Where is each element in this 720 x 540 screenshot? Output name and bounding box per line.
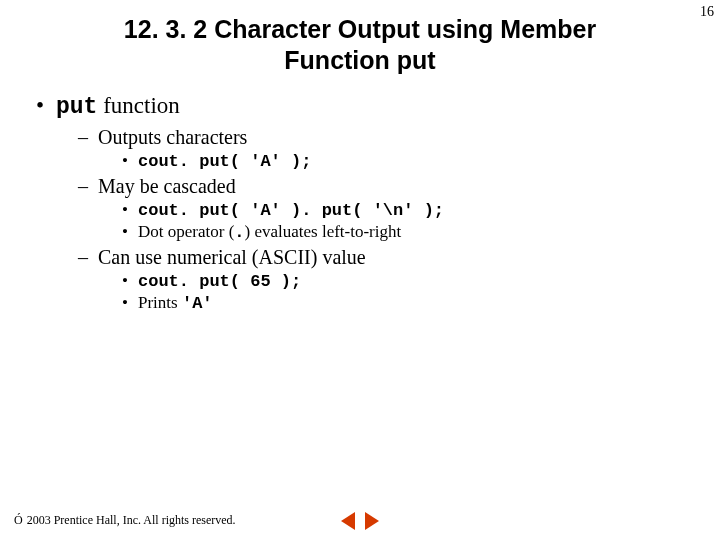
bullet-level2: – May be cascaded [78,175,720,198]
bullet-level1: • put function [36,93,720,120]
bullet-text: Prints 'A' [138,293,213,313]
bullet-dot-icon: • [122,271,138,291]
code-inline: 'A' [182,294,213,313]
text-inline: Dot operator ( [138,222,234,241]
text-inline: ) evaluates left-to-right [245,222,402,241]
bullet-text: Dot operator (.) evaluates left-to-right [138,222,401,242]
page-number: 16 [700,4,714,20]
bullet-text: Can use numerical (ASCII) value [98,246,366,269]
prev-arrow-icon[interactable] [341,512,355,530]
bullet-level3: • cout. put( 'A' ); [122,151,720,171]
bullet-text: May be cascaded [98,175,236,198]
bullet-level3: • cout. put( 65 ); [122,271,720,291]
copyright: Ó 2003 Prentice Hall, Inc. All rights re… [14,513,236,528]
copyright-symbol: Ó [14,513,23,528]
next-arrow-icon[interactable] [365,512,379,530]
text-inline: function [97,93,179,118]
bullet-dot-icon: • [36,93,56,119]
text-inline: Prints [138,293,182,312]
bullet-text: Outputs characters [98,126,247,149]
bullet-text: put function [56,93,180,120]
dash-icon: – [78,175,98,198]
copyright-text: 2003 Prentice Hall, Inc. All rights rese… [27,513,236,528]
dash-icon: – [78,246,98,269]
code-line: cout. put( 65 ); [138,272,301,291]
slide-title: 12. 3. 2 Character Output using Member F… [0,14,720,77]
slide-body: • put function – Outputs characters • co… [0,93,720,313]
bullet-dot-icon: • [122,222,138,242]
bullet-dot-icon: • [122,151,138,171]
code-line: cout. put( 'A' ). put( '\n' ); [138,201,444,220]
bullet-level3: • cout. put( 'A' ). put( '\n' ); [122,200,720,220]
bullet-level2: – Can use numerical (ASCII) value [78,246,720,269]
code-inline: . [234,223,244,242]
code-inline: put [56,94,97,120]
bullet-level2: – Outputs characters [78,126,720,149]
nav-arrows [341,512,379,530]
bullet-dot-icon: • [122,200,138,220]
dash-icon: – [78,126,98,149]
bullet-dot-icon: • [122,293,138,313]
bullet-level3: • Prints 'A' [122,293,720,313]
code-line: cout. put( 'A' ); [138,152,311,171]
bullet-level3: • Dot operator (.) evaluates left-to-rig… [122,222,720,242]
footer: Ó 2003 Prentice Hall, Inc. All rights re… [14,513,706,528]
